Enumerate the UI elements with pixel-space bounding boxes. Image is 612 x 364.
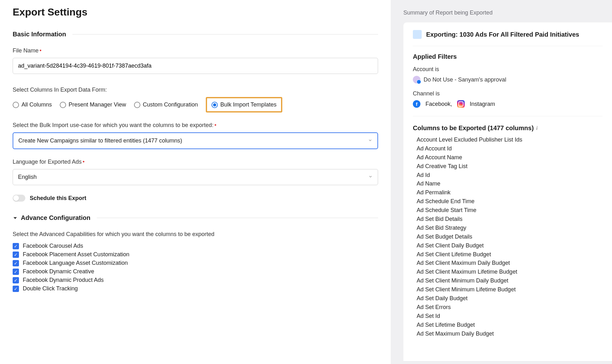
- info-icon[interactable]: i: [536, 125, 537, 131]
- divider: [97, 218, 378, 218]
- radio-bulk-import-templates[interactable]: Bulk Import Templates: [211, 101, 277, 108]
- columns-to-export-title: Columns to be Exported (1477 columns): [413, 124, 534, 132]
- export-column-item: Ad Set Client Minimum Daily Budget: [417, 276, 603, 285]
- advanced-capability-checkbox[interactable]: ✓Facebook Dynamic Creative: [13, 268, 378, 275]
- radio-label: Bulk Import Templates: [220, 101, 277, 108]
- export-heading: Exporting: 1030 Ads For All Filtered Pai…: [426, 31, 579, 38]
- export-column-item: Ad Name: [417, 179, 603, 188]
- export-column-item: Ad Set Errors: [417, 303, 603, 312]
- checkbox-label: Facebook Language Asset Customization: [23, 260, 128, 266]
- export-column-item: Account Level Excluded Publisher List Id…: [417, 136, 603, 144]
- export-column-item: Ad Permalink: [417, 188, 603, 197]
- export-column-item: Ad Set Budget Details: [417, 233, 603, 241]
- bulk-usecase-select[interactable]: Create New Campaigns similar to filtered…: [13, 132, 378, 149]
- required-dot: •: [214, 122, 216, 128]
- section-label-advance: Advance Configuration: [21, 214, 90, 221]
- export-column-item: Ad Set Client Maximum Daily Budget: [417, 259, 603, 268]
- checkbox-icon: ✓: [13, 269, 19, 275]
- language-label: Language for Exported Ads•: [13, 159, 378, 165]
- radio-label: Custom Configuration: [143, 101, 198, 108]
- export-column-item: Ad Set Maximum Daily Budget: [417, 330, 603, 338]
- chevron-down-icon: [368, 137, 372, 144]
- advanced-capability-checkbox[interactable]: ✓Facebook Carousel Ads: [13, 243, 378, 249]
- required-dot: •: [40, 47, 41, 54]
- checkbox-icon: ✓: [13, 252, 19, 258]
- radio-all-columns[interactable]: All Columns: [13, 101, 52, 108]
- advanced-capabilities-label: Select the Advanced Capabilities for whi…: [13, 231, 378, 238]
- export-column-item: Ad Set Client Minimum Lifetime Budget: [417, 285, 603, 294]
- page-title: Export Settings: [13, 6, 378, 18]
- radio-custom-configuration[interactable]: Custom Configuration: [134, 101, 198, 108]
- folder-icon: [413, 30, 422, 39]
- account-avatar-icon: [413, 76, 420, 83]
- radio-icon: [211, 102, 218, 108]
- checkbox-icon: ✓: [13, 243, 19, 249]
- channel-filter-label: Channel is: [413, 90, 603, 97]
- facebook-icon: f: [413, 100, 420, 108]
- radio-label: Present Manager View: [69, 101, 126, 108]
- basic-information-section: Basic Information: [13, 31, 378, 38]
- export-column-item: Ad Set Client Maximum Lifetime Budget: [417, 268, 603, 276]
- export-column-item: Ad Creative Tag List: [417, 162, 603, 171]
- columns-list: Account Level Excluded Publisher List Id…: [413, 136, 603, 338]
- export-column-item: Ad Set Client Daily Budget: [417, 241, 603, 250]
- channel-instagram: Instagram: [470, 101, 495, 107]
- checkbox-label: Double Click Tracking: [23, 285, 78, 292]
- checkbox-label: Facebook Dynamic Creative: [23, 268, 94, 275]
- checkbox-label: Facebook Placement Asset Customization: [23, 251, 129, 258]
- radio-label: All Columns: [21, 101, 52, 108]
- instagram-icon: [457, 100, 465, 108]
- export-column-item: Ad Set Client Lifetime Budget: [417, 250, 603, 259]
- export-column-item: Ad Set Lifetime Budget: [417, 321, 603, 330]
- svg-marker-0: [14, 217, 17, 219]
- select-value: Create New Campaigns similar to filtered…: [18, 137, 182, 144]
- applied-filters-title: Applied Filters: [413, 53, 603, 60]
- checkbox-icon: ✓: [13, 277, 19, 283]
- advanced-capability-checkbox[interactable]: ✓Facebook Language Asset Customization: [13, 260, 378, 266]
- export-column-item: Ad Schedule End Time: [417, 197, 603, 206]
- advanced-capability-checkbox[interactable]: ✓Double Click Tracking: [13, 285, 378, 292]
- account-filter-value: Do Not Use - Sanyam's approval: [424, 76, 506, 83]
- highlight-box: Bulk Import Templates: [206, 97, 282, 112]
- export-column-item: Ad Schedule Start Time: [417, 206, 603, 215]
- checkbox-label: Facebook Dynamic Product Ads: [23, 277, 104, 283]
- export-column-item: Ad Set Daily Budget: [417, 294, 603, 303]
- summary-panel-title: Summary of Report being Exported: [391, 6, 612, 22]
- account-filter-label: Account is: [413, 66, 603, 73]
- columns-form-label: Select Columns In Export Data Form:: [13, 87, 378, 93]
- advance-configuration-section[interactable]: Advance Configuration: [13, 214, 378, 221]
- checkbox-label: Facebook Carousel Ads: [23, 243, 83, 249]
- schedule-export-label: Schedule this Export: [30, 195, 86, 202]
- required-dot: •: [83, 159, 84, 165]
- file-name-label: File Name•: [13, 47, 378, 54]
- radio-icon: [134, 102, 140, 108]
- checkbox-icon: ✓: [13, 260, 19, 266]
- chevron-down-icon: [13, 215, 18, 221]
- checkbox-icon: ✓: [13, 286, 19, 292]
- radio-icon: [60, 102, 66, 108]
- export-column-item: Ad Set Bid Strategy: [417, 224, 603, 233]
- radio-present-manager-view[interactable]: Present Manager View: [60, 101, 126, 108]
- radio-icon: [13, 102, 19, 108]
- divider: [72, 34, 378, 34]
- file-name-input[interactable]: [13, 58, 378, 74]
- section-label-basic: Basic Information: [13, 31, 66, 38]
- advanced-capability-checkbox[interactable]: ✓Facebook Dynamic Product Ads: [13, 277, 378, 283]
- summary-card: Exporting: 1030 Ads For All Filtered Pai…: [403, 22, 612, 361]
- export-column-item: Ad Account Name: [417, 153, 603, 162]
- language-select[interactable]: English: [13, 169, 378, 185]
- select-value: English: [18, 174, 37, 180]
- advanced-capability-checkbox[interactable]: ✓Facebook Placement Asset Customization: [13, 251, 378, 258]
- chevron-down-icon: [368, 174, 373, 180]
- export-column-item: Ad Set Id: [417, 312, 603, 321]
- bulk-usecase-label: Select the Bulk Import use-case for whic…: [13, 122, 378, 129]
- channel-facebook: Facebook,: [425, 101, 452, 107]
- export-column-item: Ad Set Bid Details: [417, 215, 603, 224]
- schedule-export-toggle[interactable]: [13, 195, 25, 202]
- export-column-item: Ad Account Id: [417, 144, 603, 153]
- export-column-item: Ad Id: [417, 171, 603, 180]
